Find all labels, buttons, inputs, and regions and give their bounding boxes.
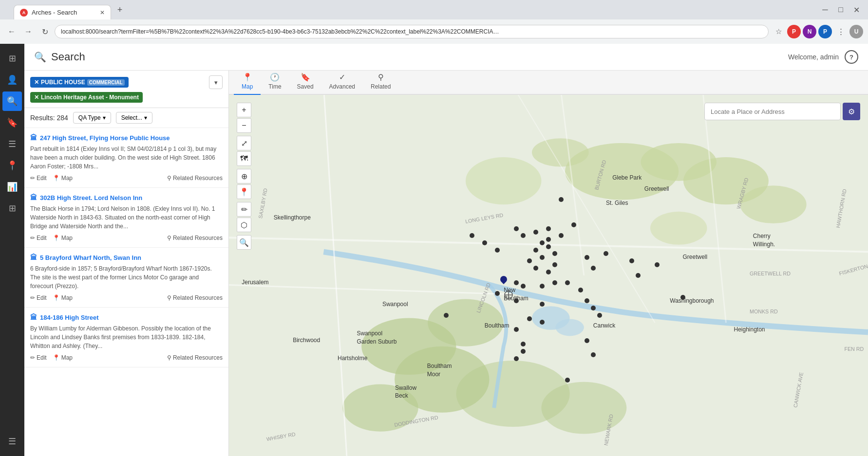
map-tab-related[interactable]: ⚲ Related xyxy=(363,71,398,95)
qa-type-button[interactable]: QA Type ▾ xyxy=(73,112,111,124)
extensions-button[interactable]: ⋮ xyxy=(834,25,848,38)
map-pin xyxy=(495,291,500,296)
result-item[interactable]: 🏛 247 High Street, Flying Horse Public H… xyxy=(24,128,228,188)
related-icon-2: ⚲ xyxy=(167,235,171,241)
related-link-4[interactable]: ⚲ Related Resources xyxy=(167,354,223,361)
edit-link-1[interactable]: ✏ Edit xyxy=(30,175,47,182)
help-button[interactable]: ? xyxy=(845,50,858,64)
result-icon-3: 🏛 xyxy=(30,254,37,261)
draw-line-button[interactable]: ✏ xyxy=(237,202,251,217)
map-link-4[interactable]: 📍 Map xyxy=(53,354,73,361)
address-bar[interactable]: localhost:8000/search?termFilter=%5B%7B%… xyxy=(55,25,769,38)
map-link-2[interactable]: 📍 Map xyxy=(53,235,73,241)
sidebar-item-list[interactable]: ☰ xyxy=(2,134,22,154)
layers-button[interactable]: 🗺 xyxy=(237,151,251,166)
sidebar-item-map[interactable]: 📍 xyxy=(2,156,22,175)
profile-avatar-3: P xyxy=(818,25,832,38)
map-pin-icon-2: 📍 xyxy=(53,235,60,241)
user-profile[interactable]: U xyxy=(849,25,863,38)
map-pin xyxy=(591,266,596,271)
svg-text:GREETWELL RD: GREETWELL RD xyxy=(750,271,791,276)
svg-point-9 xyxy=(428,299,503,347)
related-link-2[interactable]: ⚲ Related Resources xyxy=(167,235,223,241)
result-item-4[interactable]: 🏛 184-186 High Street By William Lumby f… xyxy=(24,308,228,367)
map-pin xyxy=(495,248,500,253)
draw-polygon-button[interactable]: ⬡ xyxy=(237,218,251,232)
map-pin xyxy=(591,352,596,357)
map-pin xyxy=(540,255,545,260)
result-desc-4: By William Lumby for Alderman Gibbeson. … xyxy=(30,324,223,350)
map-pin xyxy=(559,197,564,202)
select-button[interactable]: Select... ▾ xyxy=(116,112,152,124)
filter-tag-close-1[interactable]: ✕ xyxy=(34,79,39,86)
result-title-4: 🏛 184-186 High Street xyxy=(30,313,223,321)
map-container[interactable]: SAXILBY RD LONG LEYS RD BURTON RD WRAGBY… xyxy=(229,95,868,456)
filter-tag-public-house[interactable]: ✕ PUBLIC HOUSE COMMERCIAL xyxy=(30,77,129,88)
map-tab-related-icon: ⚲ xyxy=(378,73,384,82)
edit-link-4[interactable]: ✏ Edit xyxy=(30,354,47,361)
zoom-out-button[interactable]: − xyxy=(237,118,251,133)
map-pin xyxy=(482,240,487,245)
result-actions-2: ✏ Edit 📍 Map ⚲ Related Resources xyxy=(30,235,223,241)
map-link-1[interactable]: 📍 Map xyxy=(53,175,73,182)
fullscreen-button[interactable]: ⤢ xyxy=(237,136,251,150)
map-link-3[interactable]: 📍 Map xyxy=(53,294,73,301)
geolocate-button[interactable]: ⊕ xyxy=(237,169,251,183)
map-pin xyxy=(533,248,538,253)
related-link-1[interactable]: ⚲ Related Resources xyxy=(167,175,223,182)
result-desc-2: The Black Horse in 1794; Lord Nelson in … xyxy=(30,204,223,231)
map-pin xyxy=(514,356,519,361)
result-icon-2: 🏛 xyxy=(30,194,37,201)
map-tab-saved-label: Saved xyxy=(297,83,314,90)
browser-titlebar: A Arches - Search ✕ + ─ □ ✕ xyxy=(0,0,868,19)
measure-button[interactable]: 🔍 xyxy=(237,235,251,250)
map-tab-saved[interactable]: 🔖 Saved xyxy=(289,71,321,95)
minimize-button[interactable]: ─ xyxy=(818,3,832,17)
map-pin xyxy=(514,226,519,231)
map-pin xyxy=(546,237,551,242)
tab-close-button[interactable]: ✕ xyxy=(100,9,105,16)
result-item-3[interactable]: 🏛 5 Brayford Wharf North, Swan Inn 6 Bra… xyxy=(24,248,228,308)
map-pin xyxy=(680,295,685,300)
close-button[interactable]: ✕ xyxy=(849,3,863,17)
filter-tag-close-2[interactable]: ✕ xyxy=(34,94,39,101)
new-tab-button[interactable]: + xyxy=(113,3,127,17)
bookmark-star-button[interactable]: ☆ xyxy=(772,25,785,38)
map-locate-settings-button[interactable]: ⚙ xyxy=(843,103,860,120)
map-tab-time[interactable]: 🕐 Time xyxy=(261,71,289,95)
map-tab-saved-icon: 🔖 xyxy=(301,73,310,82)
app-wrapper: ⊞ 👤 🔍 🔖 ☰ 📍 📊 ⊞ ☰ 🔍 Search Welcome, admi… xyxy=(0,44,868,456)
edit-icon-4: ✏ xyxy=(30,354,35,361)
qa-type-dropdown-icon: ▾ xyxy=(103,114,106,121)
browser-tab-active[interactable]: A Arches - Search ✕ xyxy=(14,5,111,19)
map-pin xyxy=(585,298,589,303)
zoom-in-button[interactable]: + xyxy=(237,103,251,117)
map-pin xyxy=(591,306,596,310)
sidebar-item-search[interactable]: 🔍 xyxy=(2,91,22,111)
related-link-3[interactable]: ⚲ Related Resources xyxy=(167,294,223,301)
filter-tag-label-1: PUBLIC HOUSE xyxy=(41,79,85,86)
map-pin xyxy=(521,284,526,289)
map-tab-map[interactable]: 📍 Map xyxy=(234,71,261,95)
maximize-button[interactable]: □ xyxy=(834,3,848,17)
forward-button[interactable]: → xyxy=(21,25,35,38)
result-item-2[interactable]: 🏛 302B High Street. Lord Nelson Inn The … xyxy=(24,188,228,248)
filter-dropdown-button[interactable]: ▾ xyxy=(209,75,223,89)
map-pin xyxy=(565,378,570,383)
edit-link-3[interactable]: ✏ Edit xyxy=(30,294,47,301)
map-locate-input[interactable] xyxy=(704,103,841,120)
edit-link-2[interactable]: ✏ Edit xyxy=(30,235,47,241)
sidebar-item-menu-bottom[interactable]: ☰ xyxy=(2,432,22,451)
back-button[interactable]: ← xyxy=(5,25,19,38)
sidebar-item-home[interactable]: ⊞ xyxy=(2,49,22,68)
sidebar-item-grid[interactable]: ⊞ xyxy=(2,199,22,218)
map-tab-advanced[interactable]: ✓ Advanced xyxy=(321,71,363,95)
reload-button[interactable]: ↻ xyxy=(38,25,52,38)
sidebar-item-bookmark[interactable]: 🔖 xyxy=(2,113,22,132)
filter-tag-monument[interactable]: ✕ Lincoln Heritage Asset - Monument xyxy=(30,92,143,103)
map-pin xyxy=(636,273,641,278)
sidebar-item-person[interactable]: 👤 xyxy=(2,70,22,90)
sidebar-item-chart[interactable]: 📊 xyxy=(2,177,22,197)
results-list: 🏛 247 High Street, Flying Horse Public H… xyxy=(24,128,228,456)
geolocate-button-2[interactable]: 📍 xyxy=(237,184,251,199)
